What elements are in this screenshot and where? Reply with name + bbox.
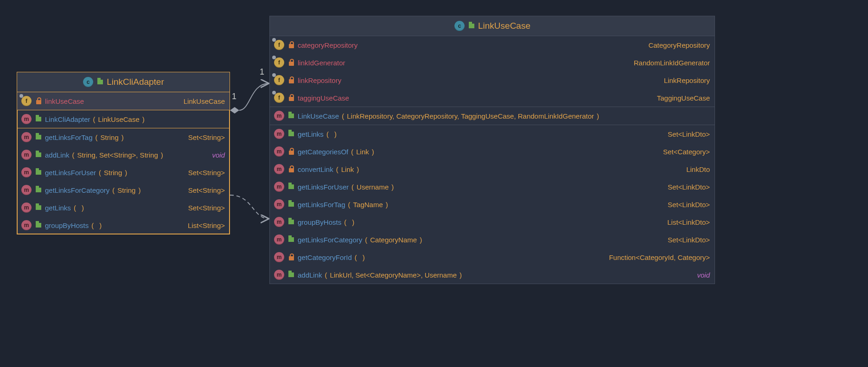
uml-canvas[interactable]: 1 1 cLinkCliAdapterflinkUseCaseLinkUseCa… bbox=[0, 0, 868, 367]
association-arrow bbox=[239, 83, 269, 110]
class-box-LinkCliAdapter[interactable]: cLinkCliAdapterflinkUseCaseLinkUseCasemL… bbox=[17, 72, 230, 234]
paren-close: ) bbox=[363, 253, 365, 261]
field-row[interactable]: flinkIdGeneratorRandomLinkIdGenerator bbox=[270, 54, 715, 71]
field-type: LinkRepository bbox=[664, 76, 710, 84]
class-title-bar[interactable]: cLinkUseCase bbox=[270, 16, 715, 36]
method-icon: m bbox=[274, 269, 285, 280]
multiplicity-source: 1 bbox=[232, 92, 236, 101]
method-name: groupByHosts bbox=[298, 218, 341, 226]
paren-open: ( bbox=[336, 165, 338, 173]
method-params: LinkUseCase bbox=[98, 115, 140, 123]
method-row[interactable]: mgetLinksForTag(TagName)Set<LinkDto> bbox=[270, 196, 715, 213]
return-type: Set<String> bbox=[188, 204, 225, 212]
public-icon bbox=[96, 78, 104, 86]
return-type: Set<String> bbox=[188, 133, 225, 141]
method-row[interactable]: mgetLinksForTag(String)Set<String> bbox=[17, 128, 230, 146]
method-name: getLinksForTag bbox=[298, 201, 345, 209]
paren-open: ( bbox=[344, 218, 346, 226]
field-row[interactable]: fcategoryRepositoryCategoryRepository bbox=[270, 36, 715, 54]
method-name: getLinksForUser bbox=[45, 169, 96, 177]
method-row[interactable]: maddLink(String, Set<String>, String)voi… bbox=[17, 146, 230, 164]
class-title: LinkUseCase bbox=[478, 21, 530, 31]
method-name: getLinksForUser bbox=[298, 183, 349, 191]
public-icon bbox=[287, 271, 295, 278]
method-row[interactable]: mgetLinksForUser(String)Set<String> bbox=[17, 164, 230, 181]
paren-close: ) bbox=[352, 218, 354, 226]
class-icon: c bbox=[454, 20, 465, 32]
return-type: Set<String> bbox=[188, 169, 225, 177]
paren-close: ) bbox=[125, 169, 127, 177]
method-name: addLink bbox=[45, 151, 70, 159]
paren-open: ( bbox=[326, 130, 329, 138]
method-name: getLinksForTag bbox=[45, 133, 93, 141]
method-params: Link bbox=[341, 165, 354, 173]
method-params: TagName bbox=[353, 201, 383, 209]
paren-close: ) bbox=[372, 148, 374, 156]
public-icon bbox=[287, 130, 295, 138]
method-name: getCategoriesOf bbox=[298, 148, 348, 156]
method-row[interactable]: mLinkCliAdapter(LinkUseCase) bbox=[17, 110, 230, 128]
return-type: List<LinkDto> bbox=[667, 218, 710, 226]
method-icon: m bbox=[274, 252, 285, 263]
return-type: Set<LinkDto> bbox=[668, 130, 710, 138]
paren-close: ) bbox=[161, 151, 163, 159]
field-type: RandomLinkIdGenerator bbox=[634, 59, 710, 67]
method-icon: m bbox=[274, 199, 285, 210]
public-icon bbox=[35, 169, 42, 176]
composition-diamond-icon bbox=[230, 107, 239, 114]
method-row[interactable]: mgetCategoryForId()Function<CategoryId, … bbox=[270, 248, 715, 266]
method-row[interactable]: mgetLinks()Set<LinkDto> bbox=[270, 125, 715, 143]
return-type: Set<Category> bbox=[663, 148, 710, 156]
method-params: String bbox=[104, 169, 122, 177]
field-icon: f bbox=[274, 39, 285, 51]
field-icon: f bbox=[274, 57, 285, 68]
field-row[interactable]: flinkRepositoryLinkRepository bbox=[270, 71, 715, 89]
paren-open: ( bbox=[74, 204, 76, 212]
public-icon bbox=[35, 186, 42, 194]
field-icon: f bbox=[274, 92, 285, 103]
field-row[interactable]: ftaggingUseCaseTaggingUseCase bbox=[270, 89, 715, 107]
field-type: CategoryRepository bbox=[648, 41, 710, 49]
method-row[interactable]: mgetCategoriesOf(Link)Set<Category> bbox=[270, 143, 715, 160]
class-box-LinkUseCase[interactable]: cLinkUseCasefcategoryRepositoryCategoryR… bbox=[269, 16, 715, 284]
field-row[interactable]: flinkUseCaseLinkUseCase bbox=[17, 92, 230, 110]
dependency-arrow bbox=[230, 195, 269, 219]
return-type: Function<CategoryId, Category> bbox=[609, 253, 710, 261]
lock-icon bbox=[287, 148, 295, 155]
method-row[interactable]: mgetLinksForCategory(CategoryName)Set<Li… bbox=[270, 231, 715, 248]
paren-open: ( bbox=[355, 253, 357, 261]
method-row[interactable]: mgetLinksForCategory(String)Set<String> bbox=[17, 181, 230, 199]
paren-open: ( bbox=[93, 115, 96, 123]
class-title-bar[interactable]: cLinkCliAdapter bbox=[17, 72, 230, 92]
method-icon: m bbox=[21, 132, 32, 143]
method-row[interactable]: mgroupByHosts()List<String> bbox=[17, 216, 230, 234]
method-params: Username bbox=[357, 183, 389, 191]
paren-close: ) bbox=[121, 133, 124, 141]
method-row[interactable]: maddLink(LinkUrl, Set<CategoryName>, Use… bbox=[270, 266, 715, 284]
method-row[interactable]: mgetLinksForUser(Username)Set<LinkDto> bbox=[270, 178, 715, 196]
method-row[interactable]: mgroupByHosts()List<LinkDto> bbox=[270, 213, 715, 231]
public-icon bbox=[287, 112, 295, 120]
method-icon: m bbox=[274, 164, 285, 175]
paren-close: ) bbox=[99, 221, 102, 229]
paren-open: ( bbox=[348, 201, 351, 209]
class-icon: c bbox=[83, 76, 94, 88]
return-type: void bbox=[212, 151, 225, 159]
public-icon bbox=[287, 201, 295, 208]
public-icon bbox=[468, 22, 475, 30]
paren-open: ( bbox=[96, 133, 98, 141]
public-icon bbox=[287, 183, 295, 190]
method-params: String bbox=[117, 186, 135, 194]
method-row[interactable]: mgetLinks()Set<String> bbox=[17, 199, 230, 216]
field-icon: f bbox=[21, 95, 32, 107]
paren-open: ( bbox=[342, 112, 344, 120]
method-params: String bbox=[101, 133, 119, 141]
paren-close: ) bbox=[386, 201, 388, 209]
method-icon: m bbox=[21, 167, 32, 178]
method-name: addLink bbox=[298, 271, 322, 279]
paren-open: ( bbox=[91, 221, 94, 229]
paren-close: ) bbox=[597, 112, 599, 120]
method-row[interactable]: mconvertLink(Link)LinkDto bbox=[270, 160, 715, 178]
method-row[interactable]: mLinkUseCase(LinkRepository, CategoryRep… bbox=[270, 107, 715, 125]
paren-close: ) bbox=[460, 271, 462, 279]
